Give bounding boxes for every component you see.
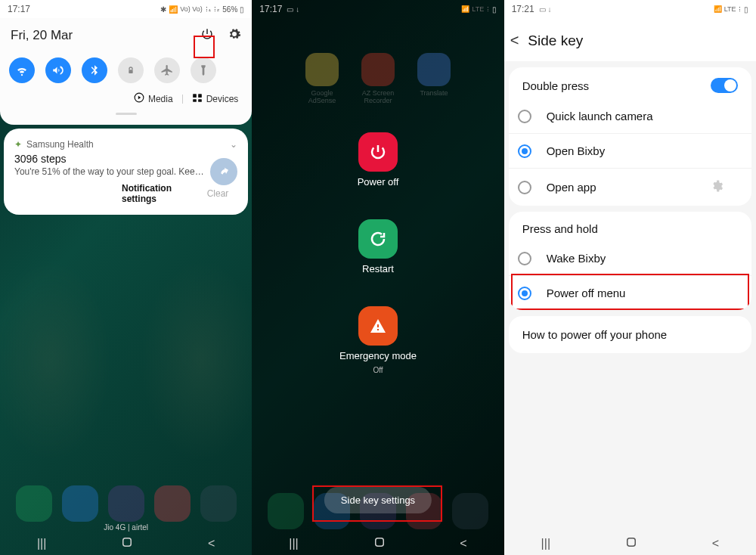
dock	[0, 485, 252, 522]
qs-bluetooth[interactable]	[82, 57, 107, 83]
clear-button[interactable]: Clear	[207, 188, 229, 199]
nav-back[interactable]: <	[712, 537, 719, 550]
notification-settings-button[interactable]: Notification settings	[122, 183, 189, 204]
shoe-icon: ✦	[14, 139, 22, 150]
bluetooth-icon: ✱	[160, 5, 166, 14]
svg-rect-9	[627, 538, 636, 547]
nav-bar: ||| <	[252, 532, 503, 555]
emergency-mode-button[interactable]: Emergency mode Off	[339, 306, 417, 374]
apps-drawer-icon	[452, 493, 488, 529]
option-wake-bixby[interactable]: Wake Bixby	[509, 241, 751, 275]
panel-date: Fri, 20 Mar	[11, 28, 73, 43]
qs-lock-rotate[interactable]	[118, 57, 144, 83]
nav-recents[interactable]: |||	[37, 537, 46, 550]
nav-bar: ||| <	[504, 532, 756, 555]
nav-recents[interactable]: |||	[541, 537, 550, 550]
nav-back[interactable]: <	[208, 537, 215, 550]
wifi-icon: 📶	[714, 5, 722, 13]
devices-button[interactable]: Devices	[192, 92, 239, 105]
status-bar: 17:21 ▭ ↓ 📶 LTE ⫶ ▯	[504, 0, 756, 18]
gear-icon[interactable]	[228, 27, 241, 44]
howto-label: How to power off your phone	[509, 316, 751, 353]
side-key-highlight	[312, 485, 442, 522]
page-title: Side key	[528, 33, 583, 49]
wifi-icon: 📶	[169, 5, 178, 14]
phone-app-icon	[268, 493, 304, 529]
power-off-button[interactable]: Power off	[358, 132, 399, 188]
nav-home[interactable]	[373, 535, 386, 552]
power-off-menu-highlight	[511, 274, 749, 310]
back-icon[interactable]: <	[510, 32, 519, 49]
qs-airplane[interactable]	[154, 57, 180, 83]
signal-icon: LTE ⫶	[724, 5, 742, 13]
nav-back[interactable]: <	[460, 537, 466, 550]
status-app-icons: ▭ ↓	[287, 5, 299, 14]
carrier-label: Jio 4G | airtel	[0, 523, 252, 532]
option-open-bixby[interactable]: Open Bixby	[509, 133, 751, 168]
battery-icon: ▯	[492, 5, 497, 14]
panel-handle[interactable]	[116, 113, 137, 115]
phone-app-icon[interactable]	[16, 485, 52, 522]
power-icon	[358, 132, 398, 172]
status-time: 17:21	[512, 4, 534, 14]
svg-rect-6	[123, 538, 132, 547]
play-icon	[134, 92, 144, 105]
status-bar: 17:17 ▭ ↓ 📶 LTE ⫶ ▯	[252, 0, 503, 18]
nav-home[interactable]	[624, 535, 638, 552]
gear-icon[interactable]	[711, 179, 738, 195]
double-press-card: Double press Quick launch camera Open Bi…	[509, 67, 751, 206]
media-button[interactable]: Media	[134, 92, 173, 105]
press-hold-card: Press and hold Wake Bixby Power off menu	[509, 212, 751, 310]
quick-settings-row	[0, 53, 252, 89]
apps-drawer-icon[interactable]	[200, 485, 237, 522]
double-press-label: Double press	[522, 79, 589, 92]
status-app-icons: ▭ ↓	[539, 5, 552, 14]
svg-rect-3	[198, 94, 202, 98]
camera-app-icon[interactable]	[154, 485, 191, 522]
lte-indicator: Vo) Vo)	[180, 5, 203, 13]
restart-icon	[358, 219, 398, 259]
battery-icon: ▯	[744, 5, 748, 14]
restart-button[interactable]: Restart	[358, 219, 398, 274]
svg-rect-0	[129, 70, 132, 73]
settings-header: < Side key	[504, 18, 756, 61]
nav-bar: ||| <	[0, 532, 252, 555]
radio-icon	[518, 181, 531, 194]
notif-body: You're 51% of the way to your step goal.…	[14, 166, 237, 177]
svg-rect-4	[193, 99, 197, 102]
status-bar: 17:17 ✱ 📶 Vo) Vo) ⫶₁ ⫶₂ 56% ▯	[0, 0, 252, 18]
svg-rect-5	[198, 99, 202, 102]
signal-icon: LTE ⫶	[472, 5, 489, 13]
radio-icon	[518, 144, 531, 158]
double-press-toggle[interactable]	[711, 78, 738, 93]
devices-icon	[192, 92, 203, 105]
status-time: 17:17	[259, 4, 282, 14]
background-app-row: Google AdSense AZ Screen Recorder Transl…	[252, 53, 503, 104]
qs-sound[interactable]	[45, 57, 71, 83]
nav-home[interactable]	[120, 535, 134, 552]
messages-app-icon[interactable]	[62, 485, 98, 522]
battery-icon: ▯	[240, 5, 244, 14]
notification-card[interactable]: ✦ Samsung Health ⌄ 3096 steps You're 51%…	[4, 129, 248, 215]
notif-title: 3096 steps	[14, 153, 237, 165]
nav-recents[interactable]: |||	[289, 537, 298, 550]
steps-badge-icon	[210, 158, 237, 185]
power-icon-highlight	[194, 36, 215, 58]
svg-rect-7	[375, 538, 383, 547]
signal-icon: ⫶₁ ⫶₂	[205, 5, 221, 13]
howto-card[interactable]: How to power off your phone	[509, 316, 751, 353]
radio-icon	[518, 110, 531, 123]
qs-flashlight[interactable]	[191, 57, 216, 83]
svg-rect-2	[193, 94, 197, 98]
qs-wifi[interactable]	[9, 57, 35, 83]
press-hold-label: Press and hold	[522, 222, 598, 235]
warning-icon	[358, 306, 398, 346]
chevron-down-icon[interactable]: ⌄	[230, 139, 237, 150]
option-quick-launch-camera[interactable]: Quick launch camera	[509, 99, 751, 133]
battery-pct: 56%	[222, 5, 237, 14]
wifi-icon: 📶	[461, 5, 469, 13]
radio-icon	[518, 252, 531, 265]
status-time: 17:17	[8, 4, 30, 14]
option-open-app[interactable]: Open app	[509, 168, 751, 206]
browser-app-icon[interactable]	[108, 485, 144, 522]
